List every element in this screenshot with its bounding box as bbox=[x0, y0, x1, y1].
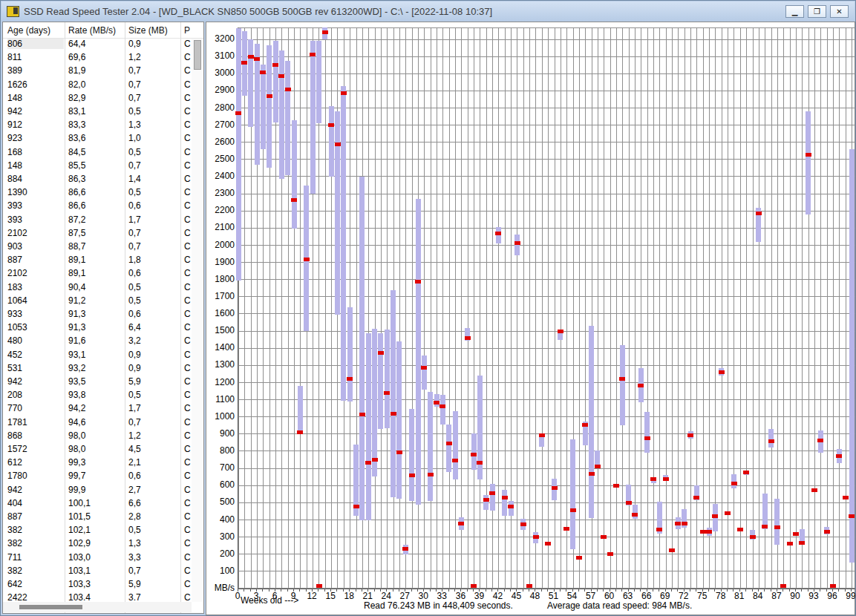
range-bar bbox=[620, 345, 625, 426]
minimize-button[interactable]: ▁ bbox=[785, 5, 804, 18]
table-cell: 2102 bbox=[7, 228, 64, 238]
table-row[interactable]: 139086,60,5C bbox=[3, 187, 192, 200]
average-mark bbox=[693, 496, 699, 499]
close-button[interactable]: ✕ bbox=[830, 5, 849, 18]
table-cell: 0,6 bbox=[128, 268, 179, 278]
table-cell: 91,3 bbox=[68, 309, 123, 319]
maximize-button[interactable]: ❐ bbox=[808, 5, 826, 18]
table-row[interactable]: 61299,32,1C bbox=[3, 457, 192, 471]
table-row[interactable]: 90388,70,7C bbox=[3, 241, 192, 255]
average-mark bbox=[353, 505, 359, 508]
table-cell: 5,9 bbox=[128, 376, 179, 387]
x-tick-label: 63 bbox=[621, 591, 636, 601]
table-cell: 69,6 bbox=[68, 52, 123, 62]
table-row[interactable]: 14882,90,7C bbox=[3, 93, 192, 106]
table-row[interactable]: 162682,00,7C bbox=[3, 79, 192, 93]
zero-speed-mark bbox=[316, 584, 322, 588]
table-row[interactable]: 16884,50,5C bbox=[3, 147, 192, 160]
average-mark bbox=[843, 496, 849, 499]
table-row[interactable]: 20893,80,5C bbox=[3, 390, 192, 403]
y-tick-label: 1000 bbox=[206, 411, 235, 422]
col-header-age[interactable]: Age (days) bbox=[7, 25, 50, 36]
table-row[interactable]: 93391,30,6C bbox=[3, 309, 192, 322]
table-row[interactable]: 382102,10,5C bbox=[3, 525, 192, 538]
table-row[interactable]: 94283,10,5C bbox=[3, 106, 192, 119]
range-bar bbox=[762, 494, 768, 530]
table-row[interactable]: 81169,61,2C bbox=[3, 52, 192, 65]
col-header-size[interactable]: Size (MB) bbox=[128, 25, 168, 36]
table-row[interactable]: 88486,31,4C bbox=[3, 174, 192, 187]
y-tick-label: 2700 bbox=[206, 119, 235, 130]
table-cell: 101,5 bbox=[68, 511, 123, 522]
average-mark bbox=[260, 71, 266, 74]
table-row[interactable]: 39387,21,7C bbox=[3, 214, 192, 228]
horizontal-scroll-thumb[interactable] bbox=[19, 605, 82, 609]
average-mark bbox=[774, 525, 780, 529]
average-mark bbox=[452, 459, 458, 462]
table-cell: 89,1 bbox=[68, 268, 123, 278]
table-row[interactable]: 382102,91,3C bbox=[3, 538, 192, 551]
table-row[interactable]: 14885,50,7C bbox=[3, 160, 192, 174]
table-cell: 382 bbox=[7, 566, 64, 576]
table-cell: 86,6 bbox=[68, 200, 123, 211]
table-row[interactable]: 404100,16,6C bbox=[3, 498, 192, 511]
col-header-path[interactable]: P bbox=[184, 25, 190, 36]
window-title: SSD Read Speed Tester 2.04 - [WD_BLACK S… bbox=[24, 6, 492, 17]
table-cell: 1,2 bbox=[128, 430, 179, 441]
average-mark bbox=[248, 55, 254, 59]
title-bar[interactable]: SSD Read Speed Tester 2.04 - [WD_BLACK S… bbox=[1, 1, 855, 22]
table-row[interactable]: 382103,10,7C bbox=[3, 566, 192, 579]
x-tick-label: 36 bbox=[453, 591, 468, 601]
table-row[interactable]: 88789,11,8C bbox=[3, 255, 192, 268]
table-row[interactable]: 178099,70,6C bbox=[3, 471, 192, 484]
x-tick-label: 66 bbox=[639, 591, 654, 601]
y-tick-label: 2000 bbox=[206, 240, 235, 250]
average-mark bbox=[384, 391, 390, 395]
table-row[interactable]: 105391,36,4C bbox=[3, 322, 192, 335]
average-mark bbox=[650, 477, 656, 481]
table-row[interactable]: 39386,60,6C bbox=[3, 200, 192, 214]
average-mark bbox=[291, 198, 297, 202]
table-row[interactable]: 45293,10,9C bbox=[3, 350, 192, 363]
table-row[interactable]: 53193,20,9C bbox=[3, 363, 192, 376]
table-row[interactable]: 711103,03,3C bbox=[3, 552, 192, 566]
average-mark bbox=[241, 61, 247, 65]
table-row[interactable]: 94293,55,9C bbox=[3, 376, 192, 390]
y-tick-label: 2300 bbox=[206, 188, 235, 198]
table-cell: 100,1 bbox=[68, 498, 123, 508]
table-row[interactable]: 887101,52,8C bbox=[3, 511, 192, 525]
table-row[interactable]: 94299,92,7C bbox=[3, 485, 192, 498]
table-row[interactable]: 18390,40,5C bbox=[3, 282, 192, 295]
col-header-rate[interactable]: Rate (MB/s) bbox=[68, 25, 116, 36]
table-row[interactable]: 86898,01,2C bbox=[3, 430, 192, 444]
table-cell: 404 bbox=[7, 498, 64, 508]
table-cell: 382 bbox=[7, 538, 64, 548]
table-cell: 0,7 bbox=[128, 160, 179, 171]
table-cell: 99,7 bbox=[68, 471, 123, 481]
table-row[interactable]: 48091,63,2C bbox=[3, 335, 192, 349]
table-vertical-scrollbar[interactable] bbox=[192, 39, 203, 602]
table-horizontal-scrollbar[interactable] bbox=[3, 602, 192, 612]
table-row[interactable]: 77094,21,7C bbox=[3, 403, 192, 416]
range-bar bbox=[378, 333, 383, 430]
table-row[interactable]: 38981,90,7C bbox=[3, 65, 192, 79]
table-row[interactable]: 91283,31,3C bbox=[3, 119, 192, 133]
average-mark bbox=[304, 258, 310, 261]
table-row[interactable]: 157298,04,5C bbox=[3, 444, 192, 457]
table-row[interactable]: 80664,40,9C bbox=[3, 39, 192, 52]
table-row[interactable]: 210287,50,7C bbox=[3, 228, 192, 241]
y-tick-label: 500 bbox=[206, 497, 235, 507]
table-row[interactable]: 178194,60,7C bbox=[3, 417, 192, 430]
table-row[interactable]: 92383,61,0C bbox=[3, 133, 192, 146]
vertical-scroll-thumb[interactable] bbox=[194, 40, 201, 70]
range-bar bbox=[644, 412, 650, 453]
average-mark bbox=[335, 142, 341, 146]
average-mark bbox=[675, 522, 681, 525]
x-tick-label: 78 bbox=[713, 591, 728, 601]
average-mark bbox=[272, 63, 278, 67]
table-row[interactable]: 210289,10,6C bbox=[3, 268, 192, 281]
table-header[interactable]: Age (days) Rate (MB/s) Size (MB) P bbox=[3, 22, 203, 39]
table-cell: 0,6 bbox=[128, 309, 179, 319]
table-row[interactable]: 642103,35,9C bbox=[3, 579, 192, 592]
table-row[interactable]: 106491,20,5C bbox=[3, 295, 192, 309]
